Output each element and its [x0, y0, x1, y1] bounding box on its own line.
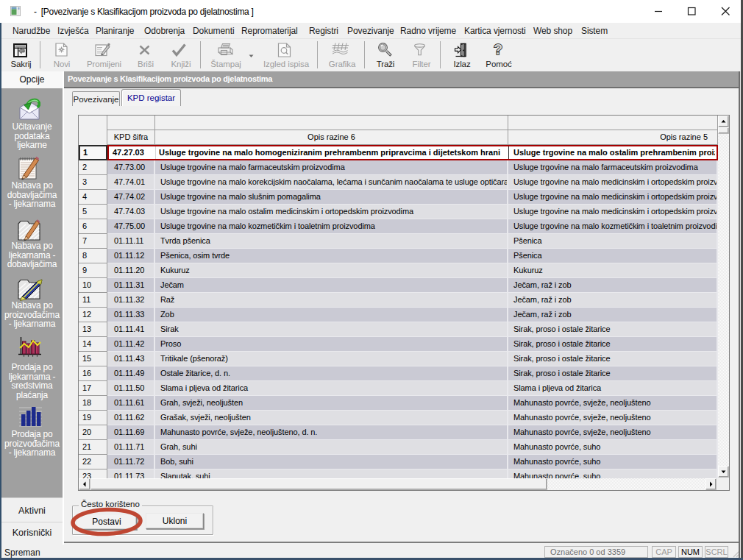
svg-text:?: ? [494, 42, 502, 57]
